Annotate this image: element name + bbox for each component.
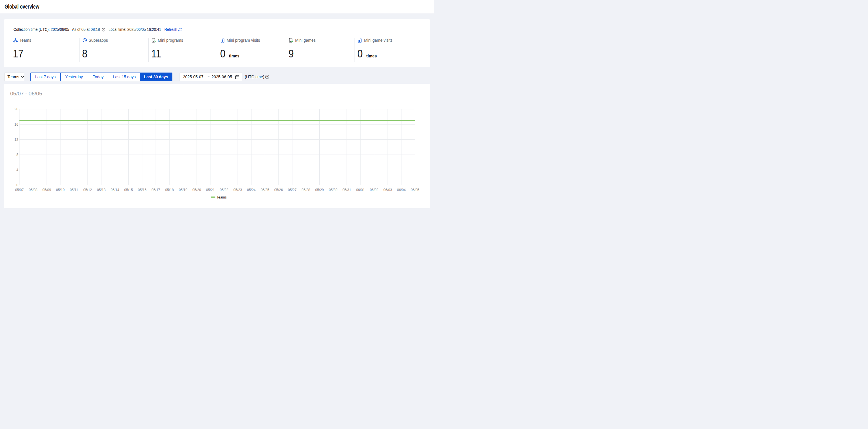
svg-text:05/29: 05/29: [315, 188, 323, 192]
svg-text:05/08: 05/08: [29, 188, 37, 192]
svg-text:05/27: 05/27: [288, 188, 297, 192]
svg-text:05/22: 05/22: [220, 188, 228, 192]
svg-text:05/12: 05/12: [83, 188, 92, 192]
svg-text:05/19: 05/19: [179, 188, 187, 192]
svg-text:05/18: 05/18: [165, 188, 174, 192]
svg-text:05/14: 05/14: [111, 188, 119, 192]
svg-text:?: ?: [103, 28, 104, 31]
svg-text:05/11: 05/11: [70, 188, 78, 192]
svg-text:05/24: 05/24: [247, 188, 256, 192]
svg-text:05/23: 05/23: [233, 188, 242, 192]
svg-text:05/10: 05/10: [56, 188, 65, 192]
svg-text:05/07: 05/07: [15, 188, 24, 192]
svg-text:05/26: 05/26: [274, 188, 283, 192]
svg-text:05/17: 05/17: [152, 188, 160, 192]
svg-text:12: 12: [14, 138, 19, 142]
svg-text:06/01: 06/01: [356, 188, 365, 192]
svg-text:05/28: 05/28: [302, 188, 310, 192]
svg-text:06/03: 06/03: [383, 188, 392, 192]
svg-text:05/25: 05/25: [261, 188, 269, 192]
svg-text:05/31: 05/31: [342, 188, 351, 192]
svg-text:Teams: Teams: [217, 195, 227, 199]
svg-text:0: 0: [16, 183, 18, 187]
svg-text:05/21: 05/21: [206, 188, 215, 192]
svg-text:20: 20: [14, 107, 19, 111]
svg-text:05/09: 05/09: [42, 188, 51, 192]
svg-text:05/16: 05/16: [138, 188, 146, 192]
svg-text:06/04: 06/04: [397, 188, 406, 192]
svg-text:8: 8: [16, 153, 18, 157]
svg-text:?: ?: [267, 75, 268, 78]
svg-text:4: 4: [16, 168, 18, 172]
svg-text:05/13: 05/13: [97, 188, 105, 192]
svg-text:05/30: 05/30: [329, 188, 337, 192]
svg-text:05/15: 05/15: [124, 188, 133, 192]
svg-text:16: 16: [14, 123, 19, 127]
svg-text:06/05: 06/05: [410, 188, 419, 192]
svg-text:05/20: 05/20: [192, 188, 201, 192]
svg-text:06/02: 06/02: [370, 188, 378, 192]
